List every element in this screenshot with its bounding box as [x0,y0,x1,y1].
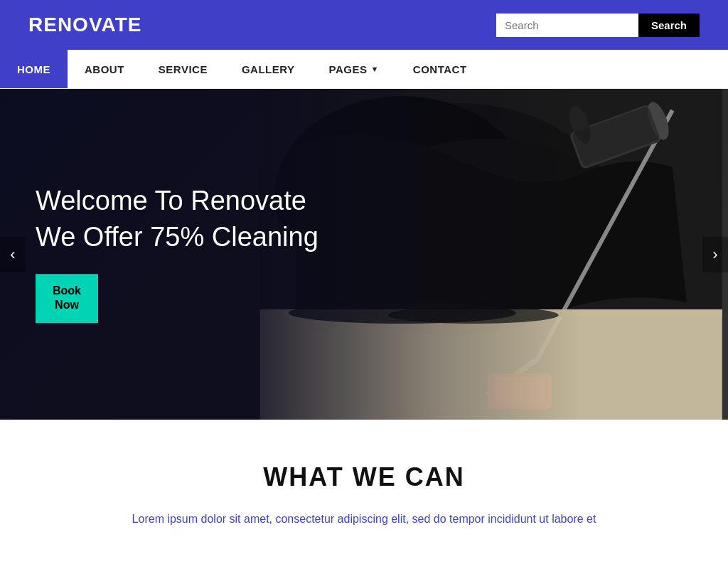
nav-item-home[interactable]: HOME [0,50,68,88]
search-form: Search [496,14,700,37]
what-description: Lorem ipsum dolor sit amet, consectetur … [115,509,613,528]
prev-icon: ‹ [10,245,15,264]
what-we-can-section: WHAT WE CAN Lorem ipsum dolor sit amet, … [0,420,728,557]
nav-item-gallery[interactable]: GALLERY [225,50,312,88]
nav-item-contact[interactable]: CONTACT [396,50,484,88]
search-button[interactable]: Search [638,14,700,37]
what-title: WHAT WE CAN [28,462,700,492]
site-header: RENOVATE Search [0,0,728,50]
nav-item-about[interactable]: ABOUT [68,50,141,88]
main-navbar: HOME ABOUT SERVICE GALLERY PAGES ▼ CONTA… [0,50,728,89]
next-icon: › [712,245,717,264]
site-logo: RENOVATE [28,14,141,36]
slider-next-button[interactable]: › [702,237,728,272]
hero-title-1: Welcome To Renovate [36,186,318,216]
slider-prev-button[interactable]: ‹ [0,237,26,272]
nav-item-service[interactable]: SERVICE [141,50,225,88]
hero-slider: Welcome To Renovate We Offer 75% Cleanin… [0,89,728,420]
nav-item-pages[interactable]: PAGES ▼ [312,50,396,88]
book-now-button[interactable]: BookNow [36,274,98,324]
hero-content: Welcome To Renovate We Offer 75% Cleanin… [36,186,318,324]
hero-title-2: We Offer 75% Cleaning [36,222,318,252]
pages-dropdown-icon: ▼ [370,65,378,73]
search-input[interactable] [496,14,638,37]
